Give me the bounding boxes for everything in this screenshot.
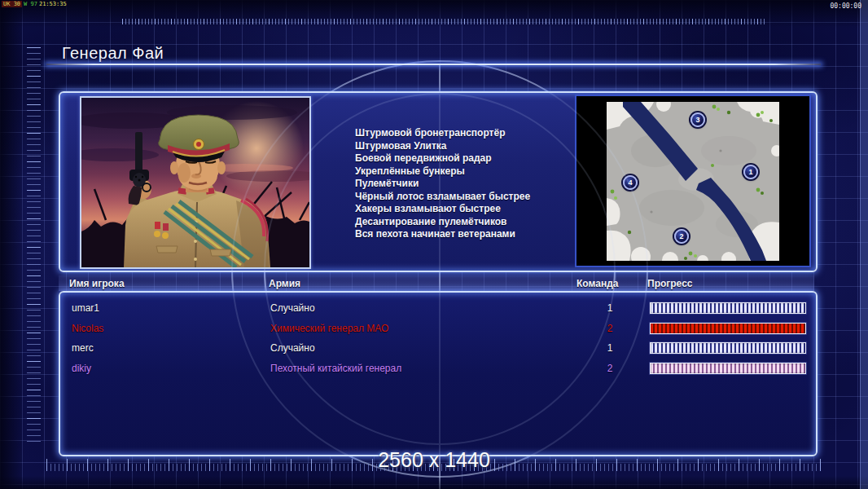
minimap: 3 1 4 2 (607, 102, 779, 261)
general-title: Генерал Фай (62, 44, 164, 63)
left-shade (0, 0, 24, 489)
ability-item: Чёрный лотос взламывает быстрее (355, 191, 571, 204)
resolution-label: 2560 x 1440 (0, 448, 868, 472)
ability-item: Вся пехота начинает ветеранами (355, 228, 571, 241)
ability-item: Пулемётчики (355, 178, 571, 191)
bottom-shade (0, 476, 868, 489)
recorder-stat: W 97 (22, 1, 39, 7)
player-progress-bar (650, 342, 806, 354)
ability-item: Штурмовой бронетранспортёр (355, 127, 571, 140)
player-row: merc Случайно 1 (60, 341, 816, 361)
player-name: dikiy (72, 363, 91, 374)
top-ruler (122, 19, 765, 24)
column-header-name: Имя игрока (69, 278, 125, 289)
player-team: 1 (603, 342, 617, 354)
player-name: umar1 (72, 302, 99, 314)
recorder-fps: UK 30 (2, 1, 22, 7)
right-bezel (860, 0, 868, 489)
ability-item: Боевой передвижной радар (355, 152, 571, 165)
ability-item: Десантирование пулемётчиков (355, 216, 571, 229)
start-position-marker: 3 (690, 112, 705, 127)
column-header-progress: Прогресс (647, 278, 692, 289)
player-progress-bar (650, 323, 806, 334)
title-divider (46, 64, 821, 65)
minimap-container: 3 1 4 2 (575, 95, 811, 267)
abilities-list: Штурмовой бронетранспортёр Штурмовая Ули… (355, 127, 571, 241)
start-position-marker: 4 (623, 175, 638, 190)
player-army: Случайно (270, 302, 315, 314)
player-progress-bar (650, 302, 806, 314)
player-name: Nicolas (72, 323, 103, 334)
player-team: 2 (603, 363, 617, 374)
player-army: Случайно (270, 342, 315, 354)
column-header-team: Команда (576, 278, 618, 289)
player-progress-bar (650, 363, 806, 374)
recorder-clock: 21:53:35 (39, 1, 67, 7)
player-row: dikiy Пехотный китайский генерал 2 (60, 361, 816, 381)
player-army: Пехотный китайский генерал (270, 363, 401, 374)
ability-item: Штурмовая Улитка (355, 140, 571, 153)
players-table-header: Имя игрока Армия Команда Прогресс (59, 275, 814, 291)
ability-item: Хакеры взламывают быстрее (355, 203, 571, 216)
general-portrait (80, 96, 311, 269)
start-position-marker: 2 (674, 229, 689, 244)
player-team: 2 (603, 323, 617, 334)
general-info-panel: Штурмовой бронетранспортёр Штурмовая Ули… (59, 91, 818, 272)
ability-item: Укреплённые бункеры (355, 165, 571, 178)
start-position-marker: 1 (743, 165, 758, 179)
portrait-art (81, 98, 309, 267)
player-team: 1 (603, 302, 617, 314)
match-timer: 00:00:00 (830, 2, 861, 10)
player-army: Химический генерал МАО (270, 323, 388, 334)
players-panel: umar1 Случайно 1 Nicolas Химический гене… (59, 291, 818, 456)
recording-overlay: UK 30W 9721:53:35 (2, 1, 67, 7)
player-name: merc (72, 342, 94, 354)
player-row: Nicolas Химический генерал МАО 2 (60, 321, 816, 341)
player-row: umar1 Случайно 1 (60, 301, 816, 321)
column-header-army: Армия (269, 278, 300, 289)
loading-screen: UK 30W 9721:53:35 00:00:00 Генерал Фай (0, 0, 868, 489)
left-ruler (27, 47, 41, 445)
